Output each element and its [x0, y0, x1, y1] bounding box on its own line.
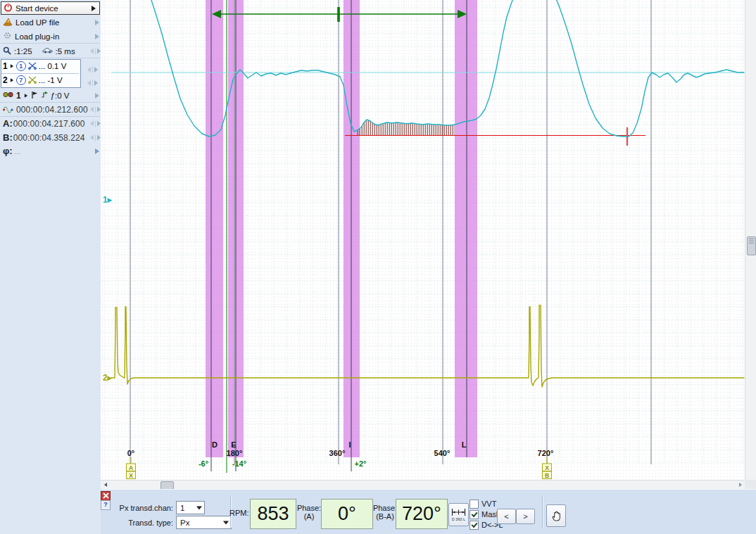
sweep-time-value: :5 ms [56, 47, 75, 56]
marker-a-step-arrows[interactable] [90, 120, 101, 127]
trigger-flag-icon [31, 91, 38, 101]
start-device-button[interactable]: Start device [1, 1, 100, 15]
x-tick-label: 720° [538, 449, 554, 457]
deviation-label-I: +2° [355, 459, 367, 468]
scrollbar-corner [745, 480, 756, 489]
ch2-range-value: ... -1 V [39, 76, 63, 84]
help-button[interactable]: ? [101, 500, 111, 510]
vvt-checkbox[interactable] [470, 500, 479, 509]
channel-settings-box: 1 1 ... 0.1 V 2 7 ... -1 V [1, 59, 81, 88]
marker-a-time: 000:00:04.217.600 [13, 119, 85, 129]
zoom-ratio-value: :1:25 [14, 47, 32, 56]
cursor-time-value: 000:00:04.212.600 [16, 105, 88, 115]
rpm-label: RPM: [229, 509, 249, 517]
marker-b-label: B: [3, 132, 13, 143]
phase-ba-label: Phase:(B-A) [372, 504, 398, 521]
channel1-settings[interactable]: 1 1 ... 0.1 V [3, 60, 77, 72]
chevron-right-icon [95, 93, 99, 98]
sine-wave-icon [3, 105, 13, 115]
load-up-file-label: Load UP file [15, 18, 59, 27]
zoom-sweep-row[interactable]: :1:25 :5 ms [1, 44, 103, 58]
marker-b-step-arrows[interactable] [90, 134, 101, 141]
marker-a-label: A: [3, 118, 13, 129]
close-button[interactable] [101, 491, 111, 501]
marker-b-row[interactable]: B: 000:00:04.358.224 [1, 131, 103, 144]
ch1-badge: 1▸ [103, 195, 113, 205]
time-marker-XB[interactable]: XB [543, 457, 552, 479]
mask-checkbox[interactable] [470, 510, 479, 519]
x-tick-label: 180° [227, 449, 243, 457]
help-icon: ? [103, 501, 108, 508]
cursor-step-arrows[interactable] [90, 106, 101, 113]
load-plugin-button[interactable]: Load plug-in [1, 30, 103, 43]
svg-text:X: X [129, 472, 133, 479]
grid [102, 0, 744, 463]
ch1-step-arrows[interactable] [87, 66, 98, 72]
range-button-caption: D 360 L [452, 517, 465, 521]
time-marker-AX[interactable]: AX [127, 457, 136, 479]
load-up-file-button[interactable]: Load UP file [1, 15, 103, 29]
scroll-left-button[interactable] [101, 481, 110, 489]
marker-a-row[interactable]: A: 000:00:04.217.600 [1, 117, 103, 130]
phase-row[interactable]: φ: ... [1, 144, 103, 158]
vertical-scroll-thumb[interactable] [747, 236, 756, 255]
sync-channel-number: 1 [16, 91, 21, 101]
dl-checkbox[interactable] [470, 521, 479, 530]
separator [0, 43, 100, 44]
event-label-E: E [231, 440, 236, 449]
probe-icon [28, 76, 37, 85]
ch2-step-arrows[interactable] [87, 80, 98, 86]
deviation-label-D: -6° [199, 459, 208, 468]
next-label: > [523, 512, 527, 521]
sync-settings-row[interactable]: 1 ƒ:0 V [1, 89, 103, 102]
ch1-input-icon: 1 [16, 61, 26, 71]
vvt-label: VVT [481, 500, 496, 508]
mask-band [206, 0, 223, 457]
adjust-arrows[interactable] [90, 48, 101, 54]
mask-band [455, 0, 477, 457]
cursor-time-row[interactable]: 000:00:04.212.600 [1, 103, 103, 116]
plugin-gear-icon [3, 31, 12, 42]
phase-a-display: 0° [321, 499, 373, 529]
transd-type-label: Transd. type: [115, 519, 173, 527]
hand-icon [550, 509, 562, 522]
caret-down-icon [196, 506, 202, 509]
phi-label: φ: [3, 146, 13, 156]
ch2-arrow-icon [11, 78, 13, 82]
scroll-right-button[interactable] [736, 481, 745, 489]
x-tick-label: 540° [434, 449, 451, 457]
phase-a-label: Phase:(A) [296, 504, 322, 521]
caret-down-icon [223, 521, 229, 524]
vertical-scrollbar[interactable] [745, 0, 756, 480]
vvt-checkbox-row[interactable]: VVT [470, 500, 496, 508]
ch1-range-value: ... 0.1 V [39, 62, 67, 70]
range-360-button[interactable]: D 360 L [448, 503, 469, 526]
ch2-input-icon: 7 [16, 75, 26, 85]
prev-button[interactable]: < [497, 509, 516, 524]
arrow-right-icon [739, 483, 742, 487]
rpm-display: 853 [250, 499, 296, 529]
transd-type-select[interactable]: Px [176, 516, 232, 529]
x-tick-label: 0° [127, 449, 135, 457]
x-tick-label: 360° [329, 449, 346, 457]
px-chan-label: Px transd.chan: [115, 504, 173, 512]
pan-tool-button[interactable] [546, 504, 566, 527]
chevron-right-icon [95, 148, 99, 154]
phase-ba-display: 720° [396, 499, 448, 529]
transd-type-value: Px [180, 519, 189, 527]
waveform-chart-area[interactable]: D-6°E-14°I+2°L0°180°360°540°720°1▸2▸AXXB [101, 0, 745, 480]
chevron-right-icon [92, 6, 96, 11]
wizard-hat-icon [3, 17, 13, 27]
mask-checkbox-row[interactable]: Mask [470, 510, 500, 519]
channel2-settings[interactable]: 2 7 ... -1 V [3, 74, 77, 87]
px-chan-select[interactable]: 1 [176, 501, 205, 514]
svg-text:A: A [129, 464, 133, 471]
chevron-right-icon [95, 20, 99, 25]
bottom-control-panel: ? Px transd.chan: 1 Transd. type: Px RPM… [101, 489, 756, 534]
event-label-D: D [212, 440, 218, 449]
ch2-badge: 2▸ [103, 373, 113, 383]
svg-text:X: X [545, 464, 549, 471]
next-button[interactable]: > [516, 509, 535, 524]
sync-level-value: ƒ:0 V [51, 91, 70, 100]
horizontal-scrollbar[interactable] [101, 480, 745, 490]
